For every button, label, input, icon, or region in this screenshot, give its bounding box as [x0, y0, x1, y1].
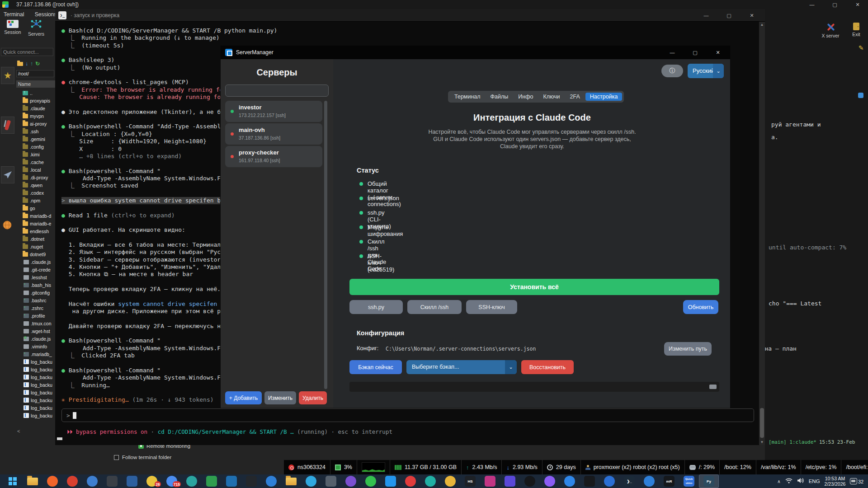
file-item[interactable]: .tmux.con [16, 319, 55, 327]
quick-connect-input[interactable]: Quick connect... [1, 48, 53, 56]
maximize-icon[interactable]: ▢ [825, 0, 845, 9]
file-item[interactable]: .cache [16, 158, 55, 166]
refresh-icon[interactable]: ↻ [35, 61, 40, 67]
taskbar-icon-browser-blue[interactable] [82, 474, 102, 488]
taskbar-icon-telegram[interactable] [301, 474, 321, 488]
file-item[interactable]: log_backu [16, 381, 55, 389]
backup-select-dropdown[interactable]: Выберите бэкап... ⌄ [406, 360, 517, 374]
taskbar-icon-obs-studio[interactable] [520, 474, 540, 488]
taskbar-icon-powershell[interactable]: ❯_ [619, 474, 639, 488]
minimize-icon[interactable]: — [802, 0, 822, 9]
file-item[interactable]: .qwen [16, 181, 55, 189]
taskbar-icon-green-app[interactable] [202, 474, 222, 488]
install-chip-ssh.py[interactable]: ssh.py [349, 300, 403, 314]
file-item[interactable]: .claude.js [16, 258, 55, 266]
file-item[interactable]: .viminfo [16, 343, 55, 350]
minimize-icon[interactable]: — [696, 9, 717, 22]
taskbar-icon-rocket-app[interactable] [500, 474, 520, 488]
taskbar-icon-purple-app[interactable] [341, 474, 361, 488]
file-item[interactable]: log_backu [16, 358, 55, 366]
file-item[interactable]: dotnet9 [16, 250, 55, 258]
close-icon[interactable]: ✕ [741, 9, 762, 22]
taskbar-icon-console-dark[interactable] [241, 474, 261, 488]
scroll-up-icon[interactable]: ▲ [759, 23, 765, 27]
file-item[interactable]: .wget-hst [16, 327, 55, 335]
taskbar-icon-teal-app-2[interactable] [420, 474, 440, 488]
tools-knife-icon[interactable] [1, 117, 14, 134]
file-item[interactable]: .local [16, 166, 55, 174]
tab-Настройка[interactable]: Настройка [585, 93, 623, 101]
file-item[interactable]: .zshrc [16, 304, 55, 312]
backup-now-button[interactable]: Бэкап сейчас [349, 360, 402, 374]
file-item[interactable]: log_backu [16, 389, 55, 396]
change-path-button[interactable]: Изменить путь [664, 342, 712, 356]
tab-Ключи[interactable]: Ключи [538, 93, 564, 101]
file-item[interactable]: .git-crede [16, 266, 55, 273]
taskbar-icon-phone-blue[interactable] [560, 474, 580, 488]
file-item[interactable]: .ssh [16, 127, 55, 135]
file-item[interactable]: .mariadb_ [16, 350, 55, 358]
server-search-input[interactable] [225, 84, 329, 97]
minimize-icon[interactable]: — [662, 46, 683, 59]
tray-chevron-icon[interactable]: ∧ [777, 479, 780, 484]
file-item[interactable]: .config [16, 143, 55, 150]
file-item[interactable]: log_backu [16, 396, 55, 404]
files-column-header[interactable]: Name [16, 80, 55, 88]
taskbar-icon-python-terminal[interactable]: Py [699, 474, 719, 488]
servermanager-titlebar[interactable]: ServerManager — ▢ ✕ [221, 46, 730, 59]
file-item[interactable]: mariadb-e [16, 220, 55, 227]
taskbar-icon-hs-app[interactable]: HS [460, 474, 480, 488]
file-item[interactable]: .claude [16, 104, 55, 112]
terminal-scrollbar[interactable]: ▲ ▼ [759, 22, 765, 445]
info-button[interactable]: ⓘ [661, 65, 683, 77]
taskbar-icon-blue-app[interactable] [122, 474, 142, 488]
taskbar-icon-chrome-profile-1[interactable]: 26 [142, 474, 162, 488]
install-all-button[interactable]: Установить всё [349, 279, 719, 295]
pencil-icon[interactable]: ✎ [859, 44, 864, 52]
install-chip-SSH-ключ[interactable]: SSH-ключ [466, 300, 517, 314]
close-icon[interactable]: ✕ [847, 0, 868, 9]
exit-button[interactable]: Exit [846, 23, 866, 37]
taskbar-icon-gray-app[interactable] [321, 474, 341, 488]
file-item[interactable]: .bash_his [16, 281, 55, 289]
language-dropdown[interactable]: Русский ⌄ [688, 64, 724, 78]
tab-Инфо[interactable]: Инфо [514, 93, 538, 101]
scrollbar-thumb[interactable] [760, 408, 764, 438]
refresh-button[interactable]: Обновить [683, 300, 718, 314]
notification-center[interactable]: 32 [850, 478, 863, 484]
blue-shortcut-icon[interactable] [858, 93, 863, 98]
file-item[interactable]: ai-proxy [16, 120, 55, 127]
file-item[interactable]: .di-proxy [16, 174, 55, 181]
server-list-scrollbar[interactable] [324, 101, 327, 389]
file-item[interactable]: .codex [16, 189, 55, 197]
server-card-proxy-checker[interactable]: proxy-checker161.97.118.40 [ssh] [225, 146, 322, 167]
file-item[interactable]: .npm [16, 197, 55, 204]
download-icon[interactable]: ↓ [25, 61, 28, 67]
path-input[interactable]: /root/ [16, 70, 54, 77]
server-card-investor[interactable]: investor173.212.212.157 [ssh] [225, 101, 322, 122]
file-item[interactable]: .gemini [16, 135, 55, 143]
install-chip-Скилл /ssh[interactable]: Скилл /ssh [407, 300, 462, 314]
session-button[interactable]: Session [2, 20, 24, 35]
follow-terminal-checkbox[interactable]: Follow terminal folder [114, 455, 171, 460]
file-item[interactable]: mariadb-d [16, 212, 55, 220]
file-item[interactable]: endlessh [16, 227, 55, 235]
globe-icon[interactable] [3, 221, 12, 231]
taskbar-icon-docker[interactable] [381, 474, 401, 488]
file-item[interactable]: log_backu [16, 366, 55, 373]
taskbar-icon-opera[interactable] [599, 474, 619, 488]
maximize-icon[interactable]: ▢ [685, 46, 706, 59]
favorites-star-icon[interactable]: ★ [1, 67, 14, 84]
taskbar-icon-terminal-blue[interactable] [222, 474, 241, 488]
menu-terminal[interactable]: Terminal [4, 11, 24, 18]
tab-Файлы[interactable]: Файлы [486, 93, 513, 101]
taskbar-icon-monitor-blue[interactable] [261, 474, 281, 488]
file-item[interactable]: .claude.js [16, 335, 55, 343]
hscroll-left-arrow[interactable]: < [17, 428, 20, 434]
tab-Терминал[interactable]: Терминал [450, 93, 485, 101]
file-item[interactable]: log_backu [16, 412, 55, 419]
file-item[interactable]: go [16, 204, 55, 212]
scroll-down-icon[interactable]: ▼ [759, 440, 765, 444]
file-item[interactable]: myvpn [16, 112, 55, 120]
file-item[interactable]: .bashrc [16, 296, 55, 304]
